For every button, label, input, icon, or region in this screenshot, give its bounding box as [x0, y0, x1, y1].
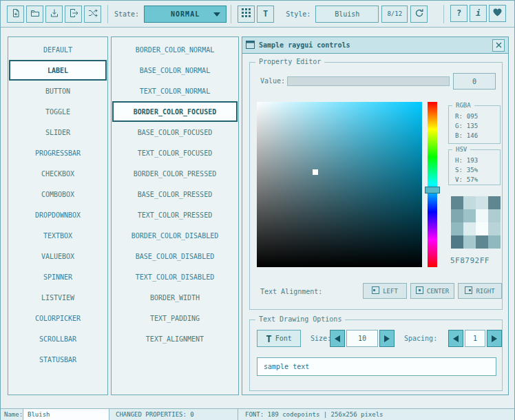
- control-list-item[interactable]: COLORPICKER: [9, 308, 107, 328]
- sample-text-input[interactable]: [257, 357, 496, 376]
- style-table-button[interactable]: [238, 6, 255, 23]
- control-list-item[interactable]: SCROLLBAR: [9, 328, 107, 349]
- heart-icon: [493, 8, 502, 19]
- control-list-item[interactable]: DEFAULT: [9, 39, 107, 60]
- hsv-saturation-row: S:35%: [455, 165, 500, 175]
- sponsor-button[interactable]: [489, 5, 506, 22]
- hue-bar[interactable]: [428, 102, 437, 267]
- property-list-item[interactable]: TEXT_COLOR_NORMAL: [112, 81, 238, 101]
- color-swatch[interactable]: [476, 235, 488, 249]
- property-list-item[interactable]: BASE_COLOR_DISABLED: [112, 246, 238, 266]
- control-list-item[interactable]: DROPDOWNBOX: [9, 204, 107, 225]
- property-list-item[interactable]: BORDER_COLOR_DISABLED: [112, 225, 238, 246]
- color-swatch[interactable]: [463, 235, 476, 249]
- color-swatch[interactable]: [451, 196, 463, 209]
- value-box[interactable]: 0: [453, 73, 496, 90]
- property-list-item[interactable]: BORDER_COLOR_FOCUSED: [112, 101, 238, 122]
- control-list-item[interactable]: LISTVIEW: [9, 287, 107, 308]
- window-titlebar: Sample raygui controls: [242, 37, 508, 54]
- control-list-item[interactable]: LABEL: [9, 60, 107, 81]
- align-right-label: RIGHT: [476, 288, 494, 295]
- spacing-increment-button[interactable]: [487, 330, 502, 347]
- color-picker-cursor[interactable]: [313, 169, 318, 175]
- control-list-item[interactable]: COMBOBOX: [9, 184, 107, 204]
- align-center-button[interactable]: CENTER: [410, 283, 454, 299]
- color-swatch[interactable]: [463, 222, 476, 235]
- color-swatch[interactable]: [476, 196, 488, 209]
- font-button-label: Font: [275, 335, 292, 342]
- property-list-item[interactable]: TEXT_COLOR_DISABLED: [112, 266, 238, 287]
- control-list-item[interactable]: TEXTBOX: [9, 225, 107, 246]
- controls-listview: DEFAULTLABELBUTTONTOGGLESLIDERPROGRESSBA…: [8, 36, 108, 395]
- property-list-item[interactable]: BASE_COLOR_FOCUSED: [112, 122, 238, 143]
- property-list-item[interactable]: TEXT_PADDING: [112, 308, 238, 328]
- font-button[interactable]: T Font: [257, 330, 301, 347]
- color-swatch[interactable]: [463, 196, 476, 209]
- color-swatch[interactable]: [488, 209, 501, 222]
- color-swatch[interactable]: [488, 235, 501, 249]
- property-list-item[interactable]: BASE_COLOR_PRESSED: [112, 184, 238, 204]
- style-name-input[interactable]: [23, 409, 109, 420]
- toolbar-divider: [443, 5, 444, 23]
- value-label: Value:: [260, 76, 285, 86]
- property-list-item[interactable]: TEXT_COLOR_FOCUSED: [112, 143, 238, 163]
- size-increment-button[interactable]: [379, 330, 395, 347]
- close-button[interactable]: [492, 39, 505, 52]
- alignment-buttons: LEFT CENTER RIGHT: [363, 283, 502, 299]
- color-swatch[interactable]: [451, 209, 463, 222]
- rgba-blue-row: B:146: [455, 131, 500, 140]
- text-options-title: Text Drawing Options: [255, 315, 345, 323]
- color-swatch[interactable]: [451, 222, 463, 235]
- control-list-item[interactable]: CHECKBOX: [9, 163, 107, 184]
- hex-value-box[interactable]: 5F8792FF: [450, 256, 490, 265]
- property-list-item[interactable]: BASE_COLOR_NORMAL: [112, 60, 238, 81]
- size-value-box[interactable]: 10: [346, 330, 378, 347]
- reload-style-button[interactable]: [410, 6, 428, 23]
- value-slider[interactable]: [287, 76, 450, 86]
- hue-slider[interactable]: [425, 187, 440, 193]
- style-name-button[interactable]: Bluish: [315, 6, 379, 23]
- control-list-item[interactable]: VALUEBOX: [9, 246, 107, 266]
- control-list-item[interactable]: SPINNER: [9, 266, 107, 287]
- control-list-item[interactable]: SLIDER: [9, 122, 107, 143]
- save-style-button[interactable]: [45, 6, 63, 23]
- spacing-value-box[interactable]: 1: [465, 330, 485, 347]
- help-button[interactable]: ?: [450, 5, 467, 22]
- load-style-button[interactable]: [26, 6, 43, 23]
- style-counter-button[interactable]: 8/12: [381, 6, 408, 23]
- new-style-button[interactable]: [7, 6, 24, 23]
- size-decrement-button[interactable]: [330, 330, 345, 347]
- property-list-item[interactable]: TEXT_COLOR_PRESSED: [112, 204, 238, 225]
- color-swatch[interactable]: [451, 235, 463, 249]
- align-right-icon: [465, 286, 472, 295]
- color-swatch[interactable]: [488, 196, 501, 209]
- align-right-button[interactable]: RIGHT: [458, 283, 502, 299]
- save-icon: [50, 8, 59, 20]
- font-t-icon: T: [266, 334, 271, 344]
- color-swatch[interactable]: [476, 222, 488, 235]
- property-list-item[interactable]: BORDER_COLOR_NORMAL: [112, 39, 238, 60]
- property-list-item[interactable]: BORDER_WIDTH: [112, 287, 238, 308]
- property-list-item[interactable]: TEXT_ALIGNMENT: [112, 328, 238, 349]
- control-list-item[interactable]: STATUSBAR: [9, 349, 107, 370]
- state-dropdown[interactable]: NORMAL: [144, 6, 227, 23]
- align-center-icon: [416, 286, 423, 295]
- spacing-decrement-button[interactable]: [448, 330, 463, 347]
- color-picker-panel[interactable]: [257, 102, 422, 267]
- control-list-item[interactable]: TOGGLE: [9, 101, 107, 122]
- font-test-button[interactable]: T: [257, 6, 274, 23]
- color-swatch[interactable]: [488, 222, 501, 235]
- export-style-button[interactable]: [65, 6, 82, 23]
- toolbar-divider: [107, 5, 108, 23]
- right-arrow-icon: [384, 335, 390, 342]
- font-info-status: FONT: 189 codepoints | 256x256 pixels: [238, 409, 514, 420]
- random-style-button[interactable]: [84, 6, 101, 23]
- control-list-item[interactable]: BUTTON: [9, 81, 107, 101]
- align-left-button[interactable]: LEFT: [363, 283, 407, 299]
- property-list-item[interactable]: BORDER_COLOR_PRESSED: [112, 163, 238, 184]
- align-left-icon: [372, 286, 379, 295]
- control-list-item[interactable]: PROGRESSBAR: [9, 143, 107, 163]
- color-swatch[interactable]: [463, 209, 476, 222]
- about-button[interactable]: i: [470, 5, 487, 22]
- color-swatch[interactable]: [476, 209, 488, 222]
